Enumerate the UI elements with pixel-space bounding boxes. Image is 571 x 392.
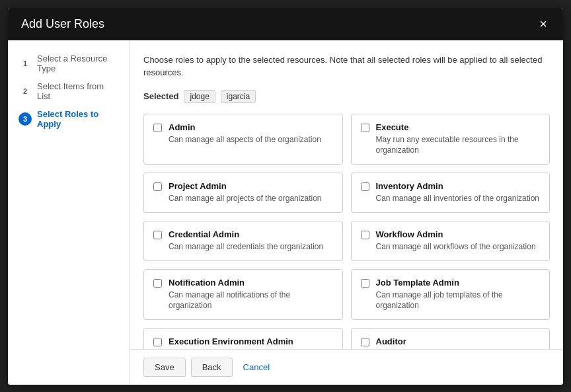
role-title-inventory-admin: Inventory Admin [376, 181, 540, 191]
modal: Add User Roles × 1 Select a Resource Typ… [8, 8, 563, 385]
role-checkbox-job-template-admin[interactable] [361, 279, 369, 288]
sidebar-item-label: Select Roles to Apply [37, 109, 119, 129]
modal-footer: Save Back Cancel [130, 349, 563, 385]
sidebar: 1 Select a Resource Type 2 Select Items … [8, 40, 130, 385]
role-card-inventory-admin[interactable]: Inventory AdminCan manage all inventorie… [351, 173, 551, 213]
role-desc-credential-admin: Can manage all credentials the organizat… [169, 241, 323, 253]
role-title-credential-admin: Credential Admin [169, 229, 323, 239]
roles-grid: AdminCan manage all aspects of the organ… [143, 114, 550, 349]
role-title-workflow-admin: Workflow Admin [376, 229, 536, 239]
role-card-notification-admin[interactable]: Notification AdminCan manage all notific… [143, 269, 343, 321]
save-button[interactable]: Save [143, 358, 186, 377]
role-title-project-admin: Project Admin [169, 181, 321, 191]
modal-overlay: Add User Roles × 1 Select a Resource Typ… [0, 0, 571, 392]
back-button[interactable]: Back [191, 358, 233, 377]
role-title-execute: Execute [376, 122, 541, 132]
role-desc-job-template-admin: Can manage all job templates of the orga… [376, 290, 541, 312]
role-card-admin[interactable]: AdminCan manage all aspects of the organ… [143, 114, 343, 165]
role-card-project-admin[interactable]: Project AdminCan manage all projects of … [143, 173, 343, 213]
role-desc-workflow-admin: Can manage all workflows of the organiza… [376, 241, 536, 253]
sidebar-item-label: Select Items from List [37, 81, 119, 101]
role-checkbox-project-admin[interactable] [153, 182, 162, 191]
role-card-auditor[interactable]: AuditorCan view all aspects of the organ… [351, 328, 551, 348]
role-title-execution-env-admin: Execution Environment Admin [169, 336, 333, 346]
selected-tag-jdoge: jdoge [184, 90, 215, 103]
modal-header: Add User Roles × [8, 8, 563, 40]
step-2-number: 2 [19, 85, 32, 98]
role-checkbox-workflow-admin[interactable] [361, 231, 369, 239]
role-checkbox-execute[interactable] [361, 124, 369, 132]
role-checkbox-execution-env-admin[interactable] [153, 338, 162, 346]
role-desc-admin: Can manage all aspects of the organizati… [169, 134, 321, 145]
role-title-auditor: Auditor [376, 336, 515, 346]
modal-body: 1 Select a Resource Type 2 Select Items … [8, 40, 563, 385]
step-3-number: 3 [19, 112, 32, 126]
role-desc-project-admin: Can manage all projects of the organizat… [169, 193, 321, 204]
role-checkbox-inventory-admin[interactable] [361, 182, 369, 191]
description-text: Choose roles to apply to the selected re… [143, 54, 550, 79]
role-title-job-template-admin: Job Template Admin [376, 278, 541, 288]
sidebar-step-1[interactable]: 1 Select a Resource Type [19, 54, 119, 73]
role-card-execute[interactable]: ExecuteMay run any executable resources … [351, 114, 551, 165]
content-area: Choose roles to apply to the selected re… [130, 40, 563, 385]
modal-close-button[interactable]: × [537, 17, 550, 30]
selected-row: Selected jdoge igarcia [143, 90, 550, 103]
role-checkbox-credential-admin[interactable] [153, 231, 162, 239]
sidebar-step-3[interactable]: 3 Select Roles to Apply [19, 109, 119, 129]
role-desc-notification-admin: Can manage all notifications of the orga… [169, 290, 333, 312]
role-title-notification-admin: Notification Admin [169, 278, 333, 288]
role-desc-inventory-admin: Can manage all inventories of the organi… [376, 193, 540, 204]
selected-label: Selected [143, 91, 178, 101]
role-card-workflow-admin[interactable]: Workflow AdminCan manage all workflows o… [351, 221, 551, 261]
selected-tag-igarcia: igarcia [221, 90, 256, 103]
role-card-job-template-admin[interactable]: Job Template AdminCan manage all job tem… [351, 269, 551, 321]
sidebar-item-label: Select a Resource Type [37, 54, 119, 73]
role-card-execution-env-admin[interactable]: Execution Environment AdminCan manage al… [143, 328, 343, 348]
role-desc-execute: May run any executable resources in the … [376, 134, 541, 157]
step-1-number: 1 [19, 57, 32, 70]
role-checkbox-notification-admin[interactable] [153, 279, 162, 288]
content-inner: Choose roles to apply to the selected re… [130, 40, 563, 349]
role-checkbox-auditor[interactable] [361, 338, 369, 346]
sidebar-step-2[interactable]: 2 Select Items from List [19, 81, 119, 101]
role-card-credential-admin[interactable]: Credential AdminCan manage all credentia… [143, 221, 343, 261]
role-title-admin: Admin [169, 122, 321, 132]
modal-title: Add User Roles [21, 17, 104, 31]
cancel-button[interactable]: Cancel [238, 358, 275, 377]
role-checkbox-admin[interactable] [153, 124, 162, 132]
